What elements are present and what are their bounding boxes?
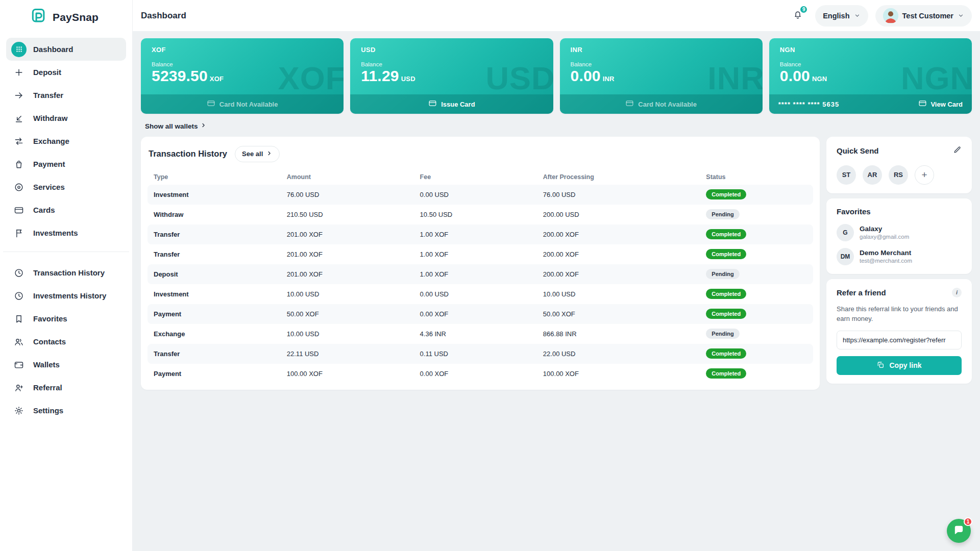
language-selector[interactable]: English [815, 5, 868, 27]
referral-link-input[interactable] [837, 331, 962, 349]
wallet-card-xof[interactable]: XOFXOFBalance5239.50XOFCard Not Availabl… [141, 38, 344, 114]
sidebar-item-favorites[interactable]: Favorites [6, 307, 126, 330]
favorite-email: galaxy@gmail.com [860, 234, 909, 240]
wallet-currency: USD [361, 46, 542, 54]
quick-send-contact-ar[interactable]: AR [863, 165, 882, 185]
copy-link-button[interactable]: Copy link [837, 356, 962, 375]
sidebar-item-cards[interactable]: Cards [6, 198, 126, 221]
status-badge: Completed [706, 229, 746, 239]
column-header-amount: Amount [281, 173, 414, 181]
tx-after-processing: 200.00 XOF [537, 251, 700, 258]
chevron-right-icon [266, 150, 273, 158]
wallet-card-usd[interactable]: USDUSDBalance11.29USDIssue Card [350, 38, 553, 114]
sidebar-item-settings[interactable]: Settings [6, 399, 126, 422]
bookmark-icon [11, 311, 27, 327]
sidebar-item-payment[interactable]: Payment [6, 153, 126, 176]
favorite-email: test@merchant.com [860, 258, 912, 264]
wallet-cards-row: XOFXOFBalance5239.50XOFCard Not Availabl… [141, 38, 972, 114]
sidebar-item-investments[interactable]: Investments [6, 221, 126, 244]
tx-amount: 210.50 USD [281, 211, 414, 218]
wallet-balance-amount: 0.00NGN [780, 67, 961, 85]
favorite-item-demo-merchant[interactable]: DMDemo Merchanttest@merchant.com [837, 248, 962, 265]
tx-amount: 50.00 XOF [281, 310, 414, 318]
tx-type: Transfer [148, 231, 281, 238]
sidebar-item-label: Transaction History [33, 268, 105, 277]
wallet-card-ngn[interactable]: NGNNGNBalance0.00NGN**** **** **** 5635V… [769, 38, 972, 114]
tx-after-processing: 200.00 USD [537, 211, 700, 218]
sidebar-item-wallets[interactable]: Wallets [6, 353, 126, 376]
quick-send-contact-rs[interactable]: RS [889, 165, 908, 185]
favorites-title: Favorites [837, 207, 871, 216]
transaction-row: Transfer22.11 USD0.11 USD22.00 USDComple… [148, 344, 813, 364]
issue-card-button[interactable]: Issue Card [350, 94, 553, 114]
favorite-initials: DM [837, 248, 854, 265]
chevron-down-icon [854, 12, 861, 19]
clock-icon [11, 288, 27, 304]
sidebar-item-exchange[interactable]: Exchange [6, 130, 126, 153]
status-badge: Completed [706, 249, 746, 259]
brand-logo[interactable]: PaySnap [0, 0, 132, 36]
transaction-row: Investment10.00 USD0.00 USD10.00 USDComp… [148, 284, 813, 304]
tx-after-processing: 200.00 XOF [537, 270, 700, 278]
tx-status: Completed [700, 189, 813, 199]
favorites-list: GGalaxygalaxy@gmail.comDMDemo Merchantte… [837, 224, 962, 265]
referral-description: Share this referral link to your friends… [837, 304, 962, 324]
tx-status: Pending [700, 269, 813, 279]
sidebar-item-services[interactable]: Services [6, 176, 126, 198]
tx-type: Deposit [148, 270, 281, 278]
wallet-card-inr[interactable]: INRINRBalance0.00INRCard Not Available [560, 38, 763, 114]
brand-name: PaySnap [53, 11, 99, 23]
tx-after-processing: 10.00 USD [537, 290, 700, 298]
refer-a-friend-title: Refer a friend [837, 288, 886, 297]
card-icon [207, 99, 215, 109]
transaction-history-panel: Transaction History See all Type Amount … [141, 137, 820, 390]
column-header-after-processing: After Processing [537, 173, 700, 181]
user-avatar [883, 8, 898, 23]
sidebar-item-deposit[interactable]: Deposit [6, 61, 126, 84]
tx-fee: 1.00 XOF [414, 270, 537, 278]
view-card-button[interactable]: View Card [918, 99, 963, 109]
refer-a-friend-card: Refer a friend i Share this referral lin… [826, 279, 972, 384]
tx-amount: 100.00 XOF [281, 370, 414, 378]
chat-launcher-button[interactable]: 1 [947, 519, 971, 543]
favorite-item-galaxy[interactable]: GGalaxygalaxy@gmail.com [837, 224, 962, 241]
sidebar-item-referral[interactable]: Referral [6, 376, 126, 399]
arrow-right-icon [11, 88, 27, 103]
transaction-row: Transfer201.00 XOF1.00 XOF200.00 XOFComp… [148, 224, 813, 244]
show-all-wallets-link[interactable]: Show all wallets [145, 122, 207, 130]
sidebar-item-label: Contacts [33, 337, 66, 346]
tx-fee: 1.00 XOF [414, 231, 537, 238]
sidebar-item-dashboard[interactable]: Dashboard [6, 38, 126, 61]
tx-amount: 201.00 XOF [281, 270, 414, 278]
sidebar-nav-secondary: Transaction HistoryInvestments HistoryFa… [0, 259, 132, 422]
sidebar-item-label: Settings [33, 406, 63, 415]
add-quick-send-contact-button[interactable]: + [915, 165, 934, 185]
tx-status: Completed [700, 289, 813, 299]
info-icon[interactable]: i [952, 288, 962, 297]
sidebar-item-label: Payment [33, 160, 65, 168]
tx-amount: 201.00 XOF [281, 231, 414, 238]
tx-status: Completed [700, 229, 813, 239]
sidebar-item-investments-history[interactable]: Investments History [6, 284, 126, 307]
edit-quick-send-button[interactable] [953, 145, 962, 156]
user-menu[interactable]: Test Customer [875, 5, 972, 27]
tx-after-processing: 200.00 XOF [537, 231, 700, 238]
sidebar-item-label: Investments History [33, 291, 106, 300]
tx-status: Completed [700, 368, 813, 379]
see-all-button[interactable]: See all [235, 146, 280, 162]
tx-after-processing: 100.00 XOF [537, 370, 700, 378]
quick-send-card: Quick Send STARRS+ [826, 137, 972, 193]
tx-after-processing: 866.88 INR [537, 330, 700, 338]
notifications-button[interactable]: 9 [788, 6, 808, 26]
wallet-balance-label: Balance [780, 61, 961, 67]
tx-amount: 201.00 XOF [281, 251, 414, 258]
status-badge: Completed [706, 309, 746, 319]
sidebar-item-transfer[interactable]: Transfer [6, 84, 126, 107]
column-header-fee: Fee [414, 173, 537, 181]
flag-icon [11, 226, 27, 241]
sidebar-item-transaction-history[interactable]: Transaction History [6, 261, 126, 284]
sidebar-item-label: Services [33, 183, 65, 191]
sidebar-item-withdraw[interactable]: Withdraw [6, 107, 126, 130]
sidebar-item-contacts[interactable]: Contacts [6, 330, 126, 353]
quick-send-contact-st[interactable]: ST [837, 165, 856, 185]
